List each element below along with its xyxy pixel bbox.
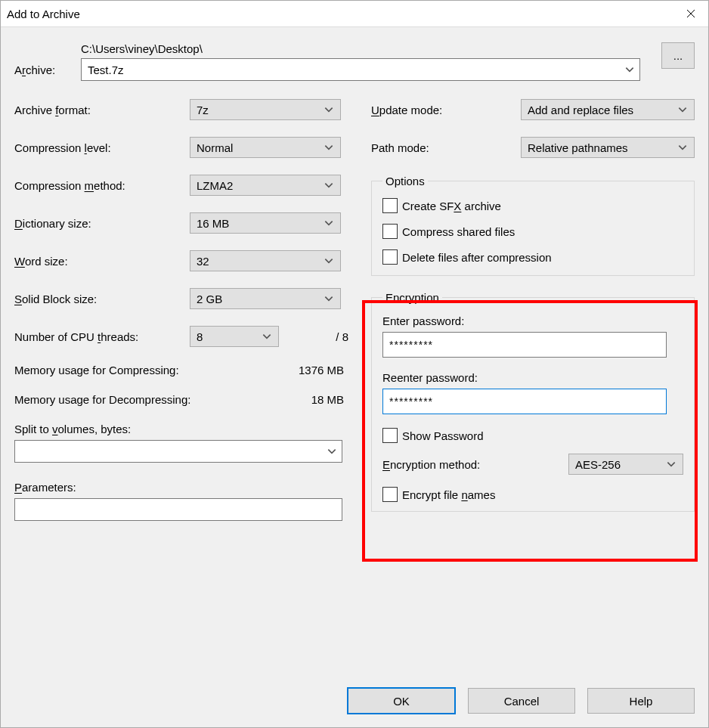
enter-password-input[interactable] xyxy=(388,338,661,352)
create-sfx-label: Create SFX archive xyxy=(402,200,501,212)
chevron-down-icon xyxy=(324,256,334,266)
encryption-method-combo[interactable]: AES-256 xyxy=(568,454,683,475)
path-mode-label: Path mode: xyxy=(371,141,521,154)
archive-format-combo[interactable]: 7z xyxy=(190,99,341,120)
solid-block-size-label: Solid Block size: xyxy=(14,293,190,305)
archive-format-label: Archive format: xyxy=(14,104,190,116)
compression-method-label: Compression method: xyxy=(14,179,190,192)
word-size-label: Word size: xyxy=(14,255,190,268)
split-volumes-input[interactable] xyxy=(20,445,327,459)
compression-level-label: Compression level: xyxy=(14,141,190,154)
chevron-down-icon xyxy=(324,180,334,191)
dialog-content: Archive: C:\Users\viney\Desktop\ ... xyxy=(1,27,708,674)
help-button[interactable]: Help xyxy=(587,688,695,714)
right-column: Update mode: Add and replace files Path … xyxy=(371,99,695,527)
titlebar: Add to Archive xyxy=(1,1,708,27)
compression-method-combo[interactable]: LZMA2 xyxy=(190,175,341,196)
chevron-down-icon xyxy=(327,446,337,457)
browse-button[interactable]: ... xyxy=(661,42,695,69)
chevron-down-icon xyxy=(324,218,334,228)
cancel-button[interactable]: Cancel xyxy=(468,688,575,714)
compress-shared-label: Compress shared files xyxy=(402,225,515,238)
chevron-down-icon xyxy=(677,104,688,115)
mem-compress-label: Memory usage for Compressing: xyxy=(14,364,179,376)
show-password-label: Show Password xyxy=(402,429,484,442)
chevron-down-icon xyxy=(324,293,334,304)
parameters-field[interactable] xyxy=(14,498,342,521)
mem-decompress-value: 18 MB xyxy=(311,393,344,406)
options-legend: Options xyxy=(382,175,428,187)
chevron-down-icon xyxy=(666,459,676,469)
parameters-label: Parameters: xyxy=(14,481,350,494)
delete-after-checkbox[interactable] xyxy=(382,249,398,265)
close-button[interactable] xyxy=(673,2,708,26)
enter-password-field[interactable] xyxy=(382,332,667,358)
archive-directory: C:\Users\viney\Desktop\ xyxy=(81,42,640,55)
dialog-footer: OK Cancel Help xyxy=(1,674,708,727)
cpu-threads-total: / 8 xyxy=(336,330,350,343)
archive-row: Archive: C:\Users\viney\Desktop\ ... xyxy=(14,42,695,81)
mem-compress-value: 1376 MB xyxy=(299,364,344,376)
encryption-group: Encryption Enter password: Reenter passw… xyxy=(371,291,695,512)
reenter-password-label: Reenter password: xyxy=(382,371,683,384)
update-mode-combo[interactable]: Add and replace files xyxy=(521,99,695,120)
encrypt-file-names-label: Encrypt file names xyxy=(402,488,495,501)
close-icon xyxy=(686,8,695,20)
archive-name-input[interactable] xyxy=(86,63,624,77)
create-sfx-checkbox[interactable] xyxy=(382,198,398,213)
enter-password-label: Enter password: xyxy=(382,314,683,327)
parameters-input[interactable] xyxy=(20,503,337,517)
add-to-archive-dialog: Add to Archive Archive: C:\Users\viney\D… xyxy=(0,0,709,728)
word-size-combo[interactable]: 32 xyxy=(190,250,341,271)
compression-level-combo[interactable]: Normal xyxy=(190,137,341,158)
reenter-password-input[interactable] xyxy=(388,395,661,408)
compress-shared-checkbox[interactable] xyxy=(382,224,398,239)
mem-decompress-label: Memory usage for Decompressing: xyxy=(14,393,190,406)
encryption-legend: Encryption xyxy=(382,291,442,304)
chevron-down-icon xyxy=(324,142,334,153)
delete-after-label: Delete files after compression xyxy=(402,251,552,264)
cpu-threads-label: Number of CPU threads: xyxy=(14,330,190,343)
encryption-method-label: Encryption method: xyxy=(382,458,480,471)
chevron-down-icon xyxy=(324,104,334,115)
solid-block-size-combo[interactable]: 2 GB xyxy=(190,288,341,309)
window-title: Add to Archive xyxy=(7,8,80,20)
options-group: Options Create SFX archive Compress shar… xyxy=(371,175,695,276)
chevron-down-icon xyxy=(262,331,272,342)
split-volumes-label: Split to volumes, bytes: xyxy=(14,423,350,435)
chevron-down-icon xyxy=(624,64,635,75)
chevron-down-icon xyxy=(677,142,688,153)
split-volumes-combo[interactable] xyxy=(14,440,342,463)
ok-button[interactable]: OK xyxy=(347,687,456,714)
left-column: Archive format: 7z Compression level: No… xyxy=(14,99,350,527)
archive-label: Archive: xyxy=(14,42,81,76)
path-mode-combo[interactable]: Relative pathnames xyxy=(521,137,695,158)
reenter-password-field[interactable] xyxy=(382,389,667,414)
show-password-checkbox[interactable] xyxy=(382,428,398,443)
encrypt-file-names-checkbox[interactable] xyxy=(382,487,398,502)
archive-name-combo[interactable] xyxy=(81,58,640,81)
update-mode-label: Update mode: xyxy=(371,104,521,116)
dictionary-size-label: Dictionary size: xyxy=(14,217,190,230)
dictionary-size-combo[interactable]: 16 MB xyxy=(190,212,341,234)
cpu-threads-combo[interactable]: 8 xyxy=(190,326,279,347)
